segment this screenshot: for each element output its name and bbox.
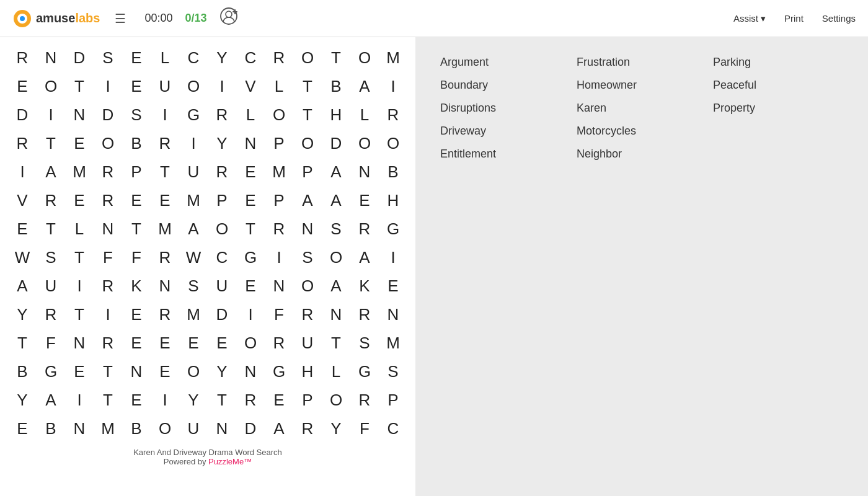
grid-cell[interactable]: R [208, 157, 236, 186]
grid-cell[interactable]: M [151, 215, 179, 243]
grid-cell[interactable]: Y [179, 386, 208, 414]
grid-cell[interactable]: T [293, 72, 322, 100]
grid-cell[interactable]: R [94, 272, 122, 300]
grid-cell[interactable]: R [94, 186, 122, 215]
grid-cell[interactable]: S [322, 215, 350, 243]
grid-cell[interactable]: I [379, 243, 407, 272]
grid-cell[interactable]: O [37, 72, 65, 100]
grid-cell[interactable]: A [8, 272, 37, 300]
grid-cell[interactable]: O [236, 329, 265, 357]
word-list-item[interactable]: Homeowner [577, 79, 707, 92]
grid-cell[interactable]: N [350, 157, 379, 186]
assist-button[interactable]: Assist ▾ [733, 13, 766, 24]
word-search-grid[interactable]: RNDSELCYCROTOMEOTIEUOIVLTBAIDINDSIGRLOTH… [8, 43, 407, 443]
grid-cell[interactable]: T [65, 243, 94, 272]
grid-cell[interactable]: R [37, 300, 65, 329]
word-list-item[interactable]: Motorcycles [577, 125, 707, 138]
grid-cell[interactable]: L [322, 357, 350, 386]
grid-cell[interactable]: P [293, 157, 322, 186]
grid-cell[interactable]: L [236, 100, 265, 129]
grid-cell[interactable]: R [151, 243, 179, 272]
grid-cell[interactable]: A [350, 243, 379, 272]
grid-cell[interactable]: R [265, 215, 293, 243]
grid-cell[interactable]: I [151, 100, 179, 129]
grid-cell[interactable]: E [179, 329, 208, 357]
grid-cell[interactable]: E [65, 186, 94, 215]
grid-cell[interactable]: U [151, 72, 179, 100]
grid-cell[interactable]: S [350, 329, 379, 357]
word-list-item[interactable]: Parking [713, 56, 843, 69]
grid-cell[interactable]: G [379, 215, 407, 243]
grid-cell[interactable]: I [179, 129, 208, 157]
grid-cell[interactable]: N [208, 414, 236, 443]
grid-cell[interactable]: R [151, 129, 179, 157]
grid-cell[interactable]: E [151, 186, 179, 215]
word-list-item[interactable] [713, 148, 843, 161]
grid-cell[interactable]: O [293, 129, 322, 157]
grid-cell[interactable]: A [37, 157, 65, 186]
grid-cell[interactable]: P [122, 157, 151, 186]
grid-cell[interactable]: S [122, 100, 151, 129]
grid-cell[interactable]: I [151, 386, 179, 414]
grid-cell[interactable]: R [151, 300, 179, 329]
word-list-item[interactable]: Neighbor [577, 148, 707, 161]
settings-button[interactable]: Settings [822, 13, 856, 24]
grid-cell[interactable]: Y [8, 386, 37, 414]
grid-cell[interactable]: V [8, 186, 37, 215]
grid-cell[interactable]: A [322, 272, 350, 300]
grid-cell[interactable]: R [8, 43, 37, 72]
grid-cell[interactable]: E [265, 386, 293, 414]
grid-cell[interactable]: B [37, 414, 65, 443]
grid-cell[interactable]: U [208, 272, 236, 300]
grid-cell[interactable]: K [122, 272, 151, 300]
grid-cell[interactable]: L [65, 215, 94, 243]
word-list-item[interactable]: Property [713, 102, 843, 115]
grid-cell[interactable]: A [179, 215, 208, 243]
grid-cell[interactable]: R [94, 157, 122, 186]
grid-cell[interactable]: E [122, 386, 151, 414]
grid-cell[interactable]: F [350, 414, 379, 443]
grid-cell[interactable]: R [265, 329, 293, 357]
word-list-item[interactable]: Karen [577, 102, 707, 115]
grid-cell[interactable]: F [265, 300, 293, 329]
grid-cell[interactable]: I [94, 72, 122, 100]
grid-cell[interactable]: T [65, 72, 94, 100]
grid-cell[interactable]: E [122, 43, 151, 72]
grid-cell[interactable]: L [151, 43, 179, 72]
grid-cell[interactable]: E [236, 157, 265, 186]
grid-cell[interactable]: U [179, 414, 208, 443]
grid-cell[interactable]: N [265, 272, 293, 300]
grid-cell[interactable]: I [65, 272, 94, 300]
grid-cell[interactable]: T [65, 300, 94, 329]
grid-cell[interactable]: F [94, 243, 122, 272]
grid-cell[interactable]: T [151, 157, 179, 186]
grid-cell[interactable]: W [179, 243, 208, 272]
grid-cell[interactable]: O [350, 129, 379, 157]
grid-cell[interactable]: A [322, 157, 350, 186]
grid-cell[interactable]: O [379, 129, 407, 157]
grid-cell[interactable]: N [236, 129, 265, 157]
grid-cell[interactable]: O [208, 215, 236, 243]
grid-cell[interactable]: R [94, 329, 122, 357]
grid-cell[interactable]: D [8, 100, 37, 129]
grid-cell[interactable]: O [94, 129, 122, 157]
grid-cell[interactable]: E [151, 357, 179, 386]
grid-cell[interactable]: E [122, 72, 151, 100]
grid-cell[interactable]: S [293, 243, 322, 272]
grid-cell[interactable]: O [322, 386, 350, 414]
grid-cell[interactable]: M [265, 157, 293, 186]
grid-cell[interactable]: C [179, 43, 208, 72]
grid-cell[interactable]: D [94, 100, 122, 129]
grid-cell[interactable]: O [179, 72, 208, 100]
grid-cell[interactable]: B [122, 414, 151, 443]
grid-cell[interactable]: N [379, 300, 407, 329]
grid-cell[interactable]: L [265, 72, 293, 100]
word-list-item[interactable]: Boundary [440, 79, 570, 92]
grid-cell[interactable]: E [208, 329, 236, 357]
grid-cell[interactable]: T [122, 215, 151, 243]
grid-cell[interactable]: N [151, 272, 179, 300]
grid-cell[interactable]: S [37, 243, 65, 272]
grid-cell[interactable]: G [265, 357, 293, 386]
grid-cell[interactable]: L [350, 100, 379, 129]
grid-cell[interactable]: M [179, 300, 208, 329]
